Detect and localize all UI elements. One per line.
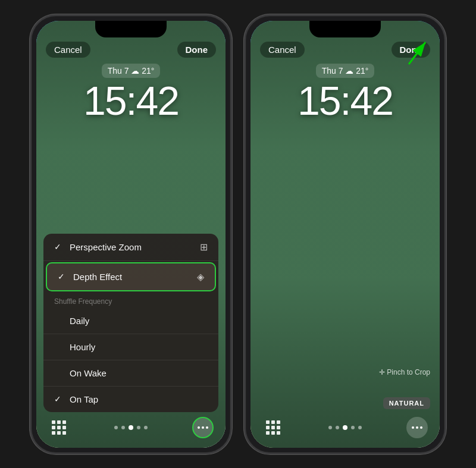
time-display-left: 15:42 xyxy=(36,77,226,124)
more-dot-3 xyxy=(206,426,208,429)
checkmark-on-tap: ✓ xyxy=(54,394,64,404)
right-phone-frame: Cancel Done Thu 7 ☁ 21° 1 xyxy=(244,14,446,454)
hourly-label: Hourly xyxy=(70,342,95,352)
date-text-left: Thu 7 ☁ 21° xyxy=(102,64,161,78)
dot-2 xyxy=(121,426,125,429)
time-display-right: 15:42 xyxy=(250,77,440,124)
date-row-left: Thu 7 ☁ 21° xyxy=(36,64,226,78)
more-button-left[interactable] xyxy=(192,417,214,438)
more-dot-2 xyxy=(202,426,204,429)
dot-1 xyxy=(114,426,118,429)
checkmark-perspective: ✓ xyxy=(54,242,64,252)
depth-icon: ◈ xyxy=(197,271,204,282)
checkmark-depth: ✓ xyxy=(58,272,67,281)
menu-item-hourly[interactable]: ✓ Hourly xyxy=(43,334,218,360)
right-phone-screen: Cancel Done Thu 7 ☁ 21° 1 xyxy=(250,21,440,448)
notch-right xyxy=(309,21,381,37)
done-button-right[interactable]: Done xyxy=(392,42,431,58)
depth-effect-label: Depth Effect xyxy=(73,272,122,282)
menu-item-daily[interactable]: ✓ Daily xyxy=(43,308,218,334)
bottom-controls-right xyxy=(250,417,440,438)
menu-item-on-tap[interactable]: ✓ On Tap xyxy=(43,387,218,412)
notch-left xyxy=(95,21,167,37)
dot-r2 xyxy=(336,426,339,429)
dot-r1 xyxy=(328,426,332,429)
date-text-right: Thu 7 ☁ 21° xyxy=(316,64,375,78)
page-dots-right xyxy=(328,425,362,430)
pinch-to-crop-hint: ✛ Pinch to Crop xyxy=(379,368,430,376)
more-dot-r1 xyxy=(412,426,414,429)
daily-label: Daily xyxy=(70,316,89,326)
cancel-button-right[interactable]: Cancel xyxy=(260,42,305,58)
more-dot-r3 xyxy=(420,426,422,429)
natural-badge: NATURAL xyxy=(383,397,430,409)
more-dot-1 xyxy=(198,426,200,429)
done-button-left[interactable]: Done xyxy=(177,42,217,58)
left-phone: Cancel Done Thu 7 ☁ 21° 15:42 ✓ Perspect… xyxy=(30,14,232,454)
more-dot-r2 xyxy=(416,426,418,429)
dot-3 xyxy=(129,425,133,430)
cancel-button-left[interactable]: Cancel xyxy=(46,42,90,58)
on-wake-label: On Wake xyxy=(70,368,107,378)
bottom-controls-left xyxy=(36,417,226,438)
left-phone-frame: Cancel Done Thu 7 ☁ 21° 15:42 ✓ Perspect… xyxy=(30,14,232,454)
menu-item-perspective-zoom[interactable]: ✓ Perspective Zoom ⊞ xyxy=(43,234,218,261)
dot-r3 xyxy=(343,425,347,430)
shuffle-frequency-header: Shuffle Frequency xyxy=(43,293,218,308)
left-phone-screen: Cancel Done Thu 7 ☁ 21° 15:42 ✓ Perspect… xyxy=(36,21,226,448)
dot-r5 xyxy=(358,426,362,429)
context-menu: ✓ Perspective Zoom ⊞ ✓ Depth Effect ◈ Sh… xyxy=(43,234,218,412)
right-phone: Cancel Done Thu 7 ☁ 21° 1 xyxy=(244,14,446,454)
on-tap-label: On Tap xyxy=(70,394,98,404)
dot-5 xyxy=(144,426,148,429)
grid-button-left[interactable] xyxy=(48,417,70,438)
date-row-right: Thu 7 ☁ 21° xyxy=(250,64,440,78)
menu-item-on-wake[interactable]: ✓ On Wake xyxy=(43,360,218,387)
dot-4 xyxy=(137,426,140,429)
top-bar-left: Cancel Done xyxy=(36,42,226,58)
grid-button-right[interactable] xyxy=(262,417,284,438)
perspective-zoom-label: Perspective Zoom xyxy=(70,242,142,252)
more-button-right[interactable] xyxy=(406,417,428,438)
top-bar-right: Cancel Done xyxy=(250,42,440,58)
dot-r4 xyxy=(351,426,355,429)
perspective-icon: ⊞ xyxy=(200,241,208,253)
menu-item-depth-effect[interactable]: ✓ Depth Effect ◈ xyxy=(46,262,216,291)
page-dots-left xyxy=(114,425,148,430)
